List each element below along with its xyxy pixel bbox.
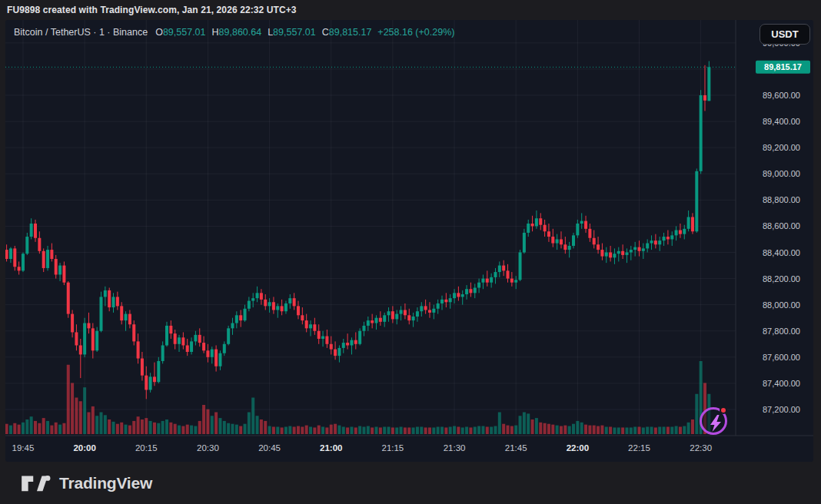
volume-bar — [337, 426, 341, 434]
volume-bar — [38, 423, 41, 434]
volume-bar — [223, 421, 226, 434]
candle-body — [67, 283, 70, 314]
volume-bar — [465, 427, 468, 435]
volume-bar — [22, 423, 25, 434]
symbol-legend[interactable]: Bitcoin / TetherUS · 1 · Binance O89,557… — [14, 26, 454, 38]
candle-body — [457, 293, 460, 297]
candle-body — [600, 250, 603, 257]
volume-bar — [477, 426, 480, 434]
volume-bar — [309, 427, 312, 435]
time-tick-label: 21:30 — [444, 443, 466, 453]
time-tick-label: 20:00 — [73, 443, 95, 453]
volume-bar — [613, 427, 616, 434]
candle-body — [112, 297, 115, 307]
volume-bar — [494, 426, 497, 434]
candle-body — [556, 239, 559, 243]
candle-body — [206, 350, 209, 357]
volume-bar — [132, 421, 135, 434]
volume-bar — [128, 426, 131, 434]
time-axis[interactable]: 19:4520:0020:1520:3020:4521:0021:1521:30… — [12, 443, 712, 453]
candle-body — [284, 303, 288, 311]
volume-bar — [547, 424, 550, 434]
candle-body — [104, 290, 107, 297]
volume-bar — [507, 426, 510, 434]
volume-bar — [9, 426, 12, 434]
price-tick-label: 87,400.00 — [763, 379, 800, 388]
candle-body — [354, 340, 357, 344]
price-tick-label: 88,600.00 — [763, 221, 800, 230]
candle-body — [260, 293, 263, 300]
indicator-badge[interactable] — [700, 407, 727, 435]
volume-bar — [169, 423, 172, 434]
candle-body — [469, 289, 472, 293]
candle-body — [444, 300, 447, 302]
price-tick-label: 87,800.00 — [763, 327, 800, 336]
volume-bar — [198, 421, 201, 434]
currency-toggle-button[interactable]: USDT — [760, 24, 810, 45]
candle-body — [186, 345, 189, 352]
volume-bar — [55, 423, 58, 434]
volume-bar — [145, 418, 148, 434]
volume-bar — [95, 416, 98, 434]
volume-bar — [112, 422, 115, 434]
volume-bar — [424, 427, 427, 434]
price-change: +258.16 (+0.29%) — [377, 27, 454, 38]
volume-bar — [597, 426, 600, 434]
volume-bar — [695, 394, 698, 434]
last-price-label: 89,815.17 — [756, 61, 810, 74]
volume-bar — [301, 427, 304, 435]
candle-body — [178, 337, 181, 344]
volume-bar — [679, 427, 682, 435]
candle-body — [514, 280, 517, 282]
candle-body — [630, 250, 633, 252]
volume-bar — [621, 427, 624, 434]
candle-body — [244, 309, 247, 320]
volume-bar — [251, 398, 254, 435]
candle-body — [281, 306, 284, 311]
candle-body — [137, 341, 140, 358]
candle-body — [588, 229, 591, 238]
volume-bar — [218, 418, 221, 434]
candle-body — [420, 306, 423, 311]
candle-body — [539, 218, 542, 225]
volume-bar — [391, 427, 394, 434]
candle-body — [531, 224, 534, 226]
volume-bar — [637, 427, 640, 435]
candle-body — [440, 300, 444, 303]
candle-body — [330, 344, 333, 350]
candle-body — [25, 237, 28, 254]
candle-body — [309, 324, 312, 328]
candle-body — [79, 345, 82, 354]
tradingview-logo-text: TradingView — [59, 474, 152, 492]
volume-bar — [125, 425, 128, 434]
volume-bar — [563, 426, 567, 434]
volume-bar — [50, 426, 53, 434]
candle-body — [379, 318, 382, 322]
candle-body — [404, 310, 407, 315]
candle-body — [248, 301, 251, 309]
notification-dot — [720, 406, 727, 414]
chart-panel[interactable]: 90,000.0089,800.0089,600.0089,400.0089,2… — [5, 20, 813, 462]
candle-body — [227, 328, 230, 343]
candle-body — [272, 302, 275, 310]
candle-body — [432, 309, 435, 313]
candle-body — [584, 221, 587, 229]
volume-bar — [395, 427, 398, 434]
candle-body — [597, 244, 600, 250]
volume-bar — [202, 405, 205, 434]
price-chart-svg[interactable]: 90,000.0089,800.0089,600.0089,400.0089,2… — [5, 20, 813, 462]
volume-bar — [5, 424, 8, 434]
volume-bar — [62, 423, 65, 434]
candle-body — [474, 288, 477, 293]
volume-bar — [239, 426, 242, 434]
candle-body — [141, 359, 144, 376]
volume-bar — [137, 416, 140, 434]
volume-bar — [551, 425, 554, 434]
candle-body — [350, 340, 353, 346]
volume-bar — [675, 426, 678, 434]
last-price-label-text: 89,815.17 — [764, 62, 802, 71]
candle-body — [371, 320, 374, 323]
price-axis[interactable]: 90,000.0089,800.0089,600.0089,400.0089,2… — [763, 38, 800, 414]
volume-bar — [153, 423, 156, 434]
volume-bar — [658, 427, 661, 435]
